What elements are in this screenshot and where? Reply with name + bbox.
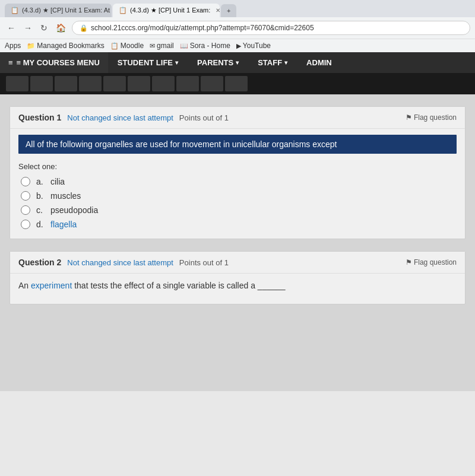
bookmark-moodle[interactable]: 📋 Moodle: [110, 42, 144, 50]
question-1-card: Question 1 Not changed since last attemp…: [10, 106, 466, 239]
select-one-label: Select one:: [18, 162, 457, 171]
option-b-text: muscles: [50, 191, 81, 201]
option-d: d. flagella: [21, 220, 457, 229]
option-c-text: pseudopodia: [50, 205, 98, 215]
new-tab-button[interactable]: +: [221, 4, 236, 17]
sora-label: Sora - Home: [190, 42, 230, 50]
option-a-radio[interactable]: [21, 177, 30, 186]
tab-2[interactable]: 📋 (4.3.d) ★ [CP] Unit 1 Exam: ✕: [113, 4, 220, 17]
tab-1-favicon: 📋: [11, 7, 19, 14]
question-1-header: Question 1 Not changed since last attemp…: [10, 107, 465, 129]
nav-staff[interactable]: STAFF ▾: [248, 52, 297, 73]
bookmark-apps[interactable]: Apps: [5, 42, 21, 50]
bookmark-managed[interactable]: 📁 Managed Bookmarks: [27, 42, 104, 50]
nav-menu-items: STUDENT LIFE ▾ PARENTS ▾ STAFF ▾ ADMIN: [108, 52, 341, 73]
banner-block-7: [152, 76, 175, 91]
banner-block-8: [176, 76, 199, 91]
managed-label: Managed Bookmarks: [37, 42, 104, 50]
home-button[interactable]: 🏠: [53, 22, 68, 34]
flag-icon-1: ⚑: [406, 113, 412, 122]
option-b: b. muscles: [21, 191, 457, 201]
flag-icon-2: ⚑: [406, 258, 412, 266]
banner-block-5: [103, 76, 126, 91]
bookmark-sora[interactable]: 📖 Sora - Home: [180, 42, 230, 50]
tab-2-label: (4.3.d) ★ [CP] Unit 1 Exam:: [130, 7, 210, 14]
question-2-text: An experiment that tests the effect of a…: [18, 280, 457, 292]
bookmark-youtube[interactable]: ▶ YouTube: [236, 42, 271, 50]
option-a-text: cilia: [50, 177, 65, 186]
browser-chrome: 📋 (4.3.d) ★ [CP] Unit 1 Exam: At ✕ 📋 (4.…: [0, 0, 475, 17]
admin-label: ADMIN: [306, 58, 332, 67]
tab-2-close[interactable]: ✕: [216, 7, 220, 14]
bookmark-gmail[interactable]: ✉ gmail: [150, 42, 174, 50]
answer-options: a. cilia b. muscles c. pseudopodia d. fl: [18, 177, 457, 229]
gmail-label: gmail: [157, 42, 174, 50]
flag-question-2-button[interactable]: ⚑ Flag question: [406, 258, 457, 266]
option-b-radio[interactable]: [21, 191, 30, 201]
bookmarks-bar: Apps 📁 Managed Bookmarks 📋 Moodle ✉ gmai…: [0, 39, 475, 52]
flag-label-1: Flag question: [414, 113, 457, 122]
question-2-header: Question 2 Not changed since last attemp…: [10, 252, 465, 274]
banner-block-2: [30, 76, 53, 91]
nav-parents[interactable]: PARENTS ▾: [188, 52, 248, 73]
flag-label-2: Flag question: [414, 258, 457, 266]
question-2-number: Question 2: [18, 258, 61, 267]
student-life-label: STUDENT LIFE: [118, 58, 173, 67]
tab-1[interactable]: 📋 (4.3.d) ★ [CP] Unit 1 Exam: At ✕: [5, 4, 112, 17]
q2-prefix: An: [18, 281, 31, 290]
hamburger-icon: ≡: [8, 58, 13, 67]
question-2-status: Not changed since last attempt: [67, 258, 173, 267]
nav-admin[interactable]: ADMIN: [297, 52, 341, 73]
nav-student-life[interactable]: STUDENT LIFE ▾: [108, 52, 188, 73]
browser-tabs: 📋 (4.3.d) ★ [CP] Unit 1 Exam: At ✕ 📋 (4.…: [5, 4, 470, 17]
youtube-icon: ▶: [236, 42, 241, 50]
question-1-points: Points out of 1: [179, 113, 229, 122]
question-1-number: Question 1: [18, 113, 61, 122]
question-1-body: All of the following organelles are used…: [10, 129, 465, 239]
banner-block-1: [6, 76, 28, 91]
question-2-points: Points out of 1: [179, 258, 229, 267]
parents-chevron: ▾: [236, 59, 239, 66]
tab-1-label: (4.3.d) ★ [CP] Unit 1 Exam: At: [22, 7, 110, 14]
question-1-text: All of the following organelles are used…: [18, 135, 457, 154]
gmail-icon: ✉: [150, 42, 155, 50]
parents-label: PARENTS: [197, 58, 233, 67]
dark-banner: [0, 73, 475, 94]
option-a-letter: a.: [36, 177, 45, 186]
courses-menu-button[interactable]: ≡ ≡ MY COURSES MENU: [0, 52, 108, 73]
forward-button[interactable]: →: [21, 22, 34, 34]
option-c-radio[interactable]: [21, 205, 30, 215]
banner-block-4: [79, 76, 102, 91]
site-navigation: ≡ ≡ MY COURSES MENU STUDENT LIFE ▾ PAREN…: [0, 52, 475, 73]
question-2-body: An experiment that tests the effect of a…: [10, 274, 465, 298]
youtube-label: YouTube: [243, 42, 271, 50]
staff-label: STAFF: [258, 58, 282, 67]
option-b-letter: b.: [36, 191, 45, 201]
q2-experiment-link[interactable]: experiment: [31, 281, 72, 290]
address-bar[interactable]: 🔒 school.21cccs.org/mod/quiz/attempt.php…: [72, 21, 470, 35]
refresh-button[interactable]: ↻: [38, 22, 50, 34]
courses-menu-label: ≡ MY COURSES MENU: [17, 58, 100, 67]
option-c-letter: c.: [36, 205, 45, 215]
banner-block-9: [201, 76, 223, 91]
option-c: c. pseudopodia: [21, 205, 457, 215]
option-a: a. cilia: [21, 177, 457, 186]
banner-blocks: [0, 76, 254, 91]
address-text: school.21cccs.org/mod/quiz/attempt.php?a…: [91, 24, 314, 32]
question-2-card: Question 2 Not changed since last attemp…: [10, 251, 466, 304]
staff-chevron: ▾: [284, 59, 287, 66]
banner-block-10: [225, 76, 248, 91]
student-life-chevron: ▾: [175, 59, 178, 66]
option-d-radio[interactable]: [21, 220, 30, 229]
apps-label: Apps: [5, 42, 21, 50]
folder-icon: 📁: [27, 42, 35, 50]
banner-block-3: [55, 76, 77, 91]
lock-icon: 🔒: [80, 24, 88, 32]
q2-suffix: that tests the effect of a single variab…: [72, 281, 285, 290]
option-d-letter: d.: [36, 220, 45, 229]
moodle-icon: 📋: [110, 42, 119, 50]
browser-toolbar: ← → ↻ 🏠 🔒 school.21cccs.org/mod/quiz/att…: [0, 17, 475, 39]
flag-question-1-button[interactable]: ⚑ Flag question: [406, 113, 457, 122]
back-button[interactable]: ←: [5, 22, 18, 34]
question-1-status: Not changed since last attempt: [67, 113, 173, 122]
